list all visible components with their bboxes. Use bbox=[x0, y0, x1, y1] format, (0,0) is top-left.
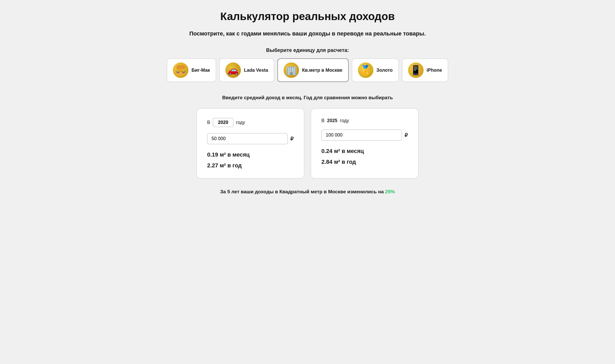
result-per-month-2: 0.24 м² в месяц bbox=[321, 148, 408, 154]
subtitle: Посмотрите, как с годами менялись ваши д… bbox=[166, 30, 449, 37]
salary-input-1[interactable] bbox=[207, 133, 288, 144]
instructions-text: Введите средний доход в месяц. Год для с… bbox=[166, 95, 449, 101]
year-input-1[interactable] bbox=[213, 118, 233, 127]
coin-lada-icon: 🚗 bbox=[225, 62, 241, 78]
currency-symbol-1: ₽ bbox=[290, 136, 294, 142]
unit-label-lada: Lada Vesta bbox=[244, 68, 268, 73]
summary-text-before: За 5 лет ваши доходы в Квадратный метр в… bbox=[220, 189, 384, 194]
unit-card-gold[interactable]: 🥇 Золото bbox=[352, 58, 399, 82]
coin-iphone-icon: 📱 bbox=[408, 62, 424, 78]
unit-label-gold: Золото bbox=[376, 68, 393, 73]
year-row-2: В 2025 году bbox=[321, 118, 408, 123]
page-title: Калькулятор реальных доходов bbox=[166, 10, 449, 23]
unit-card-lada[interactable]: 🚗 Lada Vesta bbox=[219, 58, 274, 82]
unit-label-sqm: Кв.метр в Москве bbox=[302, 68, 342, 73]
coin-sqm-icon: 🏢 bbox=[284, 62, 299, 78]
salary-row-2: ₽ bbox=[321, 130, 408, 141]
coin-bigmac-icon: 🍔 bbox=[173, 62, 188, 78]
unit-label-bigmac: Биг-Мак bbox=[191, 68, 210, 73]
summary-section: За 5 лет ваши доходы в Квадратный метр в… bbox=[166, 189, 449, 195]
unit-card-iphone[interactable]: 📱 iPhone bbox=[402, 58, 448, 82]
unit-label-iphone: iPhone bbox=[427, 68, 442, 73]
year-suffix-2: году bbox=[340, 118, 349, 123]
result-per-month-1: 0.19 м² в месяц bbox=[207, 151, 294, 158]
year-value-2: 2025 bbox=[327, 118, 337, 123]
calc-card-2: В 2025 году ₽ 0.24 м² в месяц 2.84 м² в … bbox=[311, 108, 419, 179]
year-row-1: В году bbox=[207, 118, 294, 127]
year-suffix-1: году bbox=[236, 120, 245, 125]
unit-card-bigmac[interactable]: 🍔 Биг-Мак bbox=[167, 58, 216, 82]
summary-change-pct: 25% bbox=[385, 189, 395, 194]
result-per-year-2: 2.84 м² в год bbox=[321, 159, 408, 165]
calc-card-1: В году ₽ 0.19 м² в месяц 2.27 м² в год bbox=[196, 108, 304, 179]
unit-selector: 🍔 Биг-Мак 🚗 Lada Vesta 🏢 Кв.метр в Москв… bbox=[166, 58, 449, 82]
currency-symbol-2: ₽ bbox=[405, 132, 408, 138]
coin-gold-icon: 🥇 bbox=[358, 62, 373, 78]
page-wrapper: Калькулятор реальных доходов Посмотрите,… bbox=[166, 10, 449, 195]
calculators-container: В году ₽ 0.19 м² в месяц 2.27 м² в год В… bbox=[166, 108, 449, 179]
year-prefix-1: В bbox=[207, 120, 210, 125]
result-per-year-1: 2.27 м² в год bbox=[207, 162, 294, 169]
salary-input-2[interactable] bbox=[321, 130, 402, 141]
salary-row-1: ₽ bbox=[207, 133, 294, 144]
unit-card-sqm[interactable]: 🏢 Кв.метр в Москве bbox=[277, 58, 349, 82]
year-prefix-2: В bbox=[321, 118, 324, 123]
unit-selection-label: Выберите единицу для расчета: bbox=[166, 47, 449, 53]
